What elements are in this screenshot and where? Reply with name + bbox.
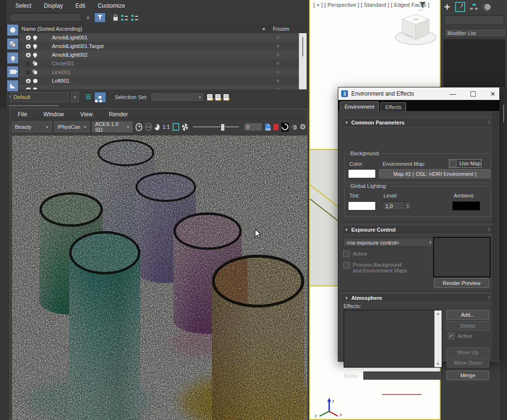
menu-select[interactable]: Select: [15, 2, 31, 9]
selection-set-dropdown[interactable]: ▼: [150, 92, 204, 102]
hierarchy-tab-icon[interactable]: [470, 4, 478, 10]
settings-gear-icon[interactable]: ⚙: [300, 123, 306, 131]
merge-button[interactable]: Merge: [446, 371, 489, 380]
level-spinner[interactable]: 1,0 ▲▼: [383, 201, 411, 210]
create-tab-icon[interactable]: +: [444, 2, 450, 12]
add-effect-button[interactable]: Add...: [446, 310, 489, 320]
rgb-channels-icon[interactable]: RGB: [145, 123, 151, 131]
lock-icon[interactable]: [113, 17, 118, 21]
scrollbar-thumb[interactable]: [302, 37, 303, 56]
aov-dropdown[interactable]: Beauty▼: [12, 122, 51, 132]
frozen-snowflake-icon[interactable]: ✳: [259, 69, 297, 75]
list-item-partial[interactable]: ✳: [19, 85, 299, 89]
hidden-dot-icon[interactable]: [26, 70, 30, 74]
list-item[interactable]: ArnoldLight001.Target ✳: [19, 42, 299, 50]
tint-color-swatch[interactable]: [348, 201, 376, 210]
rollout-header[interactable]: ▼ Atmosphere ⠿: [342, 293, 494, 303]
colorspace-dropdown[interactable]: ACES 1.0 SD▼: [92, 122, 133, 132]
create-set-icon[interactable]: [207, 94, 212, 100]
exposure-active-checkbox[interactable]: Active: [343, 250, 367, 257]
dialog-titlebar[interactable]: 3 Environment and Effects — ✕: [338, 87, 499, 100]
frame-number-field[interactable]: 0: [244, 123, 262, 131]
layer-preset-caret[interactable]: ▼: [71, 92, 79, 102]
spinner-arrows-icon[interactable]: ▲▼: [404, 202, 411, 210]
menu-edit[interactable]: Edit: [75, 2, 86, 9]
filter-button[interactable]: [94, 12, 106, 23]
display-cameras-toggle[interactable]: [7, 66, 19, 78]
tab-environment[interactable]: Environment: [340, 101, 379, 111]
sync-selection-icon[interactable]: [121, 15, 128, 21]
list-item[interactable]: Loft001 ✳: [19, 76, 299, 85]
frozen-snowflake-icon[interactable]: ✳: [259, 78, 297, 84]
checkbox-box[interactable]: ✔: [448, 333, 455, 339]
hidden-dot-icon[interactable]: [26, 62, 30, 66]
menu-customize[interactable]: Customize: [98, 2, 125, 9]
viewcube[interactable]: TOP FRONT RIGHT: [393, 10, 439, 48]
list-item[interactable]: ArnoldLight002 ✳: [19, 50, 299, 59]
alpha-channel-icon[interactable]: [155, 124, 160, 130]
layer-preset-dropdown[interactable]: Default: [11, 92, 68, 102]
list-item[interactable]: Circle001 ✳: [19, 59, 299, 68]
add-to-set-icon[interactable]: [215, 94, 221, 100]
ambient-color-swatch[interactable]: [452, 201, 480, 210]
hierarchy-view-button[interactable]: [94, 92, 106, 103]
dialog-scrollbar[interactable]: [493, 112, 498, 360]
display-shapes-toggle[interactable]: [7, 38, 19, 50]
use-map-checkbox[interactable]: Use Map: [450, 160, 481, 167]
modifier-list-dropdown[interactable]: Modifier List: [445, 28, 507, 37]
render-preview-button[interactable]: Render Preview: [434, 278, 489, 288]
environment-map-button[interactable]: Map #2 ( OSL: HDRI Environment ): [379, 169, 491, 178]
visibility-eye-icon[interactable]: [26, 87, 31, 90]
frozen-snowflake-icon[interactable]: ✳: [259, 86, 297, 90]
exposure-slider[interactable]: [193, 126, 239, 127]
visibility-eye-icon[interactable]: [26, 79, 31, 83]
effects-list-scrollbar[interactable]: ▲▼: [434, 310, 442, 367]
frozen-snowflake-icon[interactable]: ✳: [259, 61, 297, 67]
list-item[interactable]: Line001 ✳: [19, 68, 299, 76]
visibility-eye-icon[interactable]: [26, 36, 31, 40]
move-down-button[interactable]: Move Down: [446, 358, 489, 368]
zoom-ratio-label[interactable]: 1:1: [162, 124, 170, 130]
menu-window[interactable]: Window: [43, 111, 64, 118]
effect-name-input[interactable]: [363, 371, 442, 380]
menu-display[interactable]: Display: [44, 2, 62, 9]
dock-grip[interactable]: [10, 105, 58, 108]
frozen-snowflake-icon[interactable]: ✳: [259, 35, 297, 41]
tab-effects[interactable]: Effects: [381, 102, 406, 111]
modifier-stack[interactable]: [444, 39, 505, 86]
menu-file[interactable]: File: [18, 111, 27, 118]
clear-search-icon[interactable]: ×: [85, 14, 91, 22]
move-up-button[interactable]: Move Up: [446, 347, 489, 357]
frozen-snowflake-icon[interactable]: ✳: [259, 52, 297, 58]
level-value[interactable]: 1,0: [383, 203, 404, 209]
pick-parent-icon[interactable]: [131, 15, 138, 21]
column-frozen[interactable]: Frozen: [270, 26, 302, 32]
modify-tab-icon[interactable]: [455, 2, 465, 12]
sound-icon[interactable]: ·)): [292, 124, 297, 130]
object-name-field[interactable]: [445, 15, 504, 25]
rollout-grip-icon[interactable]: ⠿: [487, 296, 491, 300]
checkbox-box[interactable]: [450, 160, 457, 167]
menu-view[interactable]: View: [80, 111, 93, 118]
camera-dropdown[interactable]: /PhysCan▼: [54, 122, 89, 132]
delete-effect-button[interactable]: Delete: [446, 321, 489, 331]
render-setup-icon[interactable]: [182, 124, 188, 131]
rollout-grip-icon[interactable]: ⠿: [487, 120, 491, 125]
motion-tab-icon[interactable]: [482, 3, 491, 11]
process-background-checkbox[interactable]: Process Backgroundand Environment Maps: [343, 262, 407, 273]
rollout-header[interactable]: ▼ Common Parameters ⠿: [342, 118, 494, 127]
progressive-render-icon[interactable]: [281, 123, 288, 132]
edit-set-icon[interactable]: [223, 94, 229, 100]
checkbox-box[interactable]: [343, 262, 350, 269]
list-scrollbar[interactable]: [299, 33, 307, 89]
safe-frame-icon[interactable]: [173, 123, 179, 131]
menu-render[interactable]: Render: [109, 111, 128, 118]
display-geometry-toggle[interactable]: [7, 24, 19, 36]
effects-list[interactable]: ▲▼: [344, 310, 442, 368]
layers-icon[interactable]: ☰: [86, 95, 91, 99]
rollout-header[interactable]: ▼ Exposure Control ⠿: [342, 225, 494, 235]
visibility-eye-icon[interactable]: [26, 53, 31, 57]
column-name[interactable]: Name (Sorted Ascending): [19, 26, 262, 32]
log-icon[interactable]: LOG: [265, 124, 271, 131]
search-input[interactable]: [10, 13, 82, 22]
